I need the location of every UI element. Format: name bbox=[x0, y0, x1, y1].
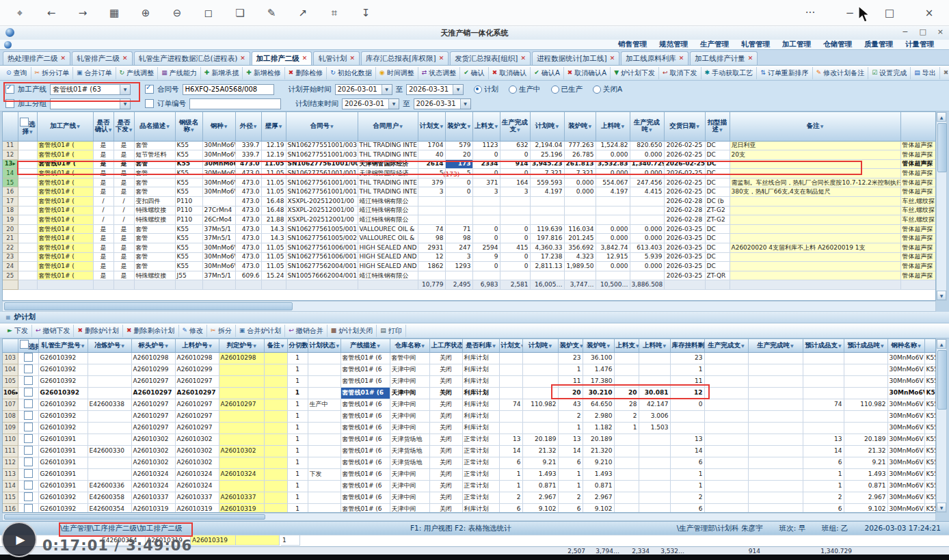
column-header-delivery[interactable]: 交货日期▼ bbox=[664, 112, 705, 141]
cell-done_pcs[interactable] bbox=[704, 422, 748, 434]
cell-plan_t[interactable]: 9.102 bbox=[522, 503, 558, 513]
table-row[interactable]: 22套管线01# (是是套管K5530MnMo6V473.011.05SN106… bbox=[3, 243, 936, 253]
toolbar-button[interactable]: ✖删除剩余计划 bbox=[123, 325, 179, 337]
cell-done_t[interactable]: 0.000 bbox=[630, 150, 664, 160]
cell-furnace_t[interactable]: 26.785 bbox=[564, 150, 596, 160]
cell-stock[interactable] bbox=[670, 422, 704, 434]
cell-smelt[interactable]: E42600338 bbox=[88, 399, 131, 410]
cell-done_pcs[interactable] bbox=[704, 503, 748, 513]
cell-stock[interactable] bbox=[670, 410, 704, 422]
cell-plan_t[interactable] bbox=[522, 387, 558, 399]
cell-judge[interactable] bbox=[219, 387, 264, 399]
cell-done_pcs[interactable] bbox=[704, 434, 748, 445]
cell-dispatch[interactable]: 是 bbox=[113, 243, 134, 253]
cell-furnace_t[interactable]: 261.813 bbox=[564, 159, 596, 169]
cell-grade[interactable]: K55 bbox=[175, 243, 202, 253]
cell-thread[interactable]: DC bbox=[705, 252, 730, 262]
cell-thread[interactable]: DC bbox=[705, 141, 730, 150]
cell-head[interactable]: A26010319 bbox=[131, 503, 175, 513]
cell-od[interactable]: 473.0 bbox=[235, 197, 261, 206]
cell-contract[interactable]: XSXPL-202512001/00 bbox=[286, 215, 358, 225]
cell-od[interactable]: 473.0 bbox=[235, 234, 261, 243]
cell-feed_pcs[interactable] bbox=[614, 480, 639, 492]
cell-grade[interactable]: K55 bbox=[924, 387, 936, 399]
column-header-wt[interactable]: 壁厚▼ bbox=[261, 112, 286, 141]
cell-est_t[interactable]: 2.967 bbox=[844, 492, 887, 503]
cell-done_pcs[interactable]: 164 bbox=[500, 178, 530, 187]
cell-od[interactable]: 473.0 bbox=[235, 187, 261, 197]
cell-wt[interactable]: 12.19 bbox=[261, 150, 286, 160]
cell-done_t[interactable] bbox=[748, 399, 803, 410]
cell-thread[interactable]: ZT-G2 bbox=[705, 215, 730, 225]
cell-warehouse[interactable]: 天津中间 bbox=[390, 364, 429, 375]
cell-sel[interactable] bbox=[18, 169, 37, 178]
cell-plan_t[interactable]: 9.21 bbox=[522, 457, 558, 468]
cell-upstatus[interactable]: 关闭 bbox=[429, 364, 462, 375]
cell-remark[interactable] bbox=[264, 399, 287, 410]
cell-upstatus[interactable]: 关闭 bbox=[429, 445, 462, 457]
filter-icon[interactable]: ▼ bbox=[790, 343, 794, 348]
cell-judge[interactable] bbox=[219, 410, 264, 422]
cell-extra[interactable]: 管体超声探 bbox=[900, 252, 936, 262]
cell-done_pcs[interactable]: 0 bbox=[500, 224, 530, 234]
cell-plan_t[interactable] bbox=[530, 271, 564, 280]
cell-feed_pcs[interactable] bbox=[614, 364, 639, 375]
cell-delivery[interactable]: 2026-02-25 bbox=[664, 187, 705, 197]
column-header-grade[interactable]: 钢级名称▼ bbox=[175, 112, 202, 141]
column-header-sel[interactable]: 选择▼ bbox=[18, 339, 38, 352]
cell-customer[interactable]: 靖江特殊钢有限公 bbox=[358, 206, 418, 215]
cell-steel[interactable]: 30MnMo6V bbox=[202, 169, 235, 178]
cell-grade[interactable]: J55 bbox=[175, 271, 202, 280]
cell-confirm[interactable]: 是 bbox=[93, 262, 113, 271]
cell-head[interactable]: A26010302 bbox=[131, 434, 175, 445]
cell-plan_t[interactable]: 25.196 bbox=[530, 150, 564, 160]
cell-feed_t[interactable]: 0.000 bbox=[596, 224, 630, 234]
column-header-thread[interactable]: 扣型描述▼ bbox=[705, 112, 730, 141]
cell-confirm[interactable]: 是 bbox=[93, 169, 113, 178]
menu-item[interactable]: 轧管管理 bbox=[741, 40, 770, 49]
row-number-cell[interactable]: 113 bbox=[3, 468, 18, 480]
cell-reuse[interactable]: 利库计划 bbox=[462, 503, 499, 513]
cell-feed_t[interactable] bbox=[596, 271, 630, 280]
cell-steel[interactable] bbox=[202, 197, 235, 206]
cell-sel[interactable] bbox=[18, 387, 38, 399]
cell-cut[interactable]: 1 bbox=[287, 434, 308, 445]
cell-plan_t[interactable]: 2.967 bbox=[522, 492, 558, 503]
cell-upstatus[interactable]: 关闭 bbox=[429, 492, 462, 503]
row-checkbox[interactable] bbox=[24, 364, 33, 373]
cell-cut[interactable]: 1 bbox=[287, 422, 308, 434]
table-row[interactable]: 18套管线01# (//特殊螺纹接P11027CrMn4473.016.48XS… bbox=[3, 206, 936, 215]
toolbar-button[interactable]: ◉时间调整 bbox=[376, 67, 418, 79]
cell-remark[interactable] bbox=[264, 480, 287, 492]
filter-icon[interactable]: ▼ bbox=[517, 127, 520, 132]
table-row[interactable]: 111G26010391E42600330A26010302A26010302A… bbox=[3, 445, 936, 457]
cell-feed_no[interactable]: A26010297 bbox=[175, 422, 219, 434]
cell-furnace_t[interactable]: 201.245 bbox=[564, 234, 596, 243]
toolbar-button[interactable]: ✖关闭 bbox=[940, 67, 949, 79]
cell-feed_t[interactable] bbox=[596, 206, 630, 215]
cell-est_pcs[interactable]: 14 bbox=[803, 445, 844, 457]
cell-furnace_pcs[interactable]: 1293 bbox=[445, 262, 472, 271]
cell-contract[interactable]: SN106277561006/001 bbox=[286, 252, 358, 262]
toolbar-button[interactable]: ✂拆分订单 bbox=[31, 67, 74, 79]
cell-delivery[interactable]: 2026-02-28 bbox=[664, 215, 705, 225]
toolbar-button[interactable]: ↻初始化数据 bbox=[327, 67, 376, 79]
cell-confirm[interactable]: 是 bbox=[93, 187, 113, 197]
cell-remark[interactable] bbox=[264, 364, 287, 375]
cell-line[interactable]: 套管线01# ( bbox=[37, 141, 93, 150]
cell-judge[interactable]: A26010319 bbox=[219, 503, 264, 513]
toolbar-button[interactable]: ✖取消确认 bbox=[489, 67, 531, 79]
cell-line[interactable]: 套管线01# ( bbox=[37, 197, 93, 206]
cell-cut[interactable]: 1 bbox=[287, 387, 308, 399]
cell-sel[interactable] bbox=[18, 480, 38, 492]
cell-feed_t[interactable]: 3.006 bbox=[639, 410, 670, 422]
cell-upstatus[interactable]: 关闭 bbox=[429, 434, 462, 445]
cell-smelt[interactable] bbox=[88, 375, 131, 387]
cell-od[interactable]: 473.0 bbox=[235, 224, 261, 234]
column-header-furnace_t[interactable]: 装炉吨▼ bbox=[564, 112, 596, 141]
cell-customer[interactable]: 天津钢管国际经济 bbox=[358, 159, 418, 169]
cell-batch[interactable]: G26010392 bbox=[38, 387, 88, 399]
column-header-extra[interactable] bbox=[900, 112, 936, 141]
cell-est_pcs[interactable]: 1 bbox=[803, 468, 844, 480]
cell-est_t[interactable] bbox=[844, 352, 887, 364]
